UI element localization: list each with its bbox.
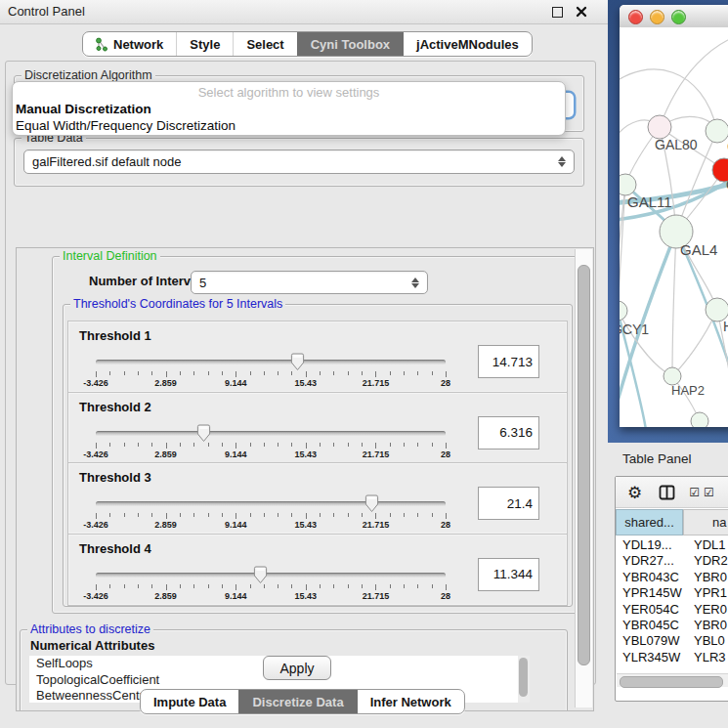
network-node-gal80[interactable] [648,115,671,139]
checkbox-icon[interactable]: ☑ [689,486,700,499]
combo-spinner-icon[interactable] [558,156,566,167]
scrollbar-thumb[interactable] [620,676,723,688]
threshold-slider[interactable]: -3.4262.8599.14415.4321.71528 [96,426,446,459]
network-edge[interactable] [620,185,625,374]
cell-name[interactable]: YDL1 [685,537,726,553]
slider-tick [306,371,307,377]
slider-track[interactable] [96,501,446,506]
columns-icon[interactable] [659,485,675,500]
cell-shared-name[interactable]: YBL079W [616,633,685,649]
network-view-window[interactable]: GAL80GACGAL11GAL4GCY1HHAP2 [620,5,728,427]
network-node-ga[interactable] [706,119,728,143]
column-header-shared-name[interactable]: shared... [616,509,683,535]
num-intervals-combobox[interactable]: 5 [191,271,428,294]
node-label: GCY1 [620,321,649,337]
cell-name[interactable]: YBL0 [685,633,725,649]
table-row[interactable]: YDR27...YDR2 [616,553,728,569]
table-row[interactable]: YPR145WYPR1 [616,585,728,601]
bottom-tab-infer-network[interactable]: Infer Network [357,690,464,713]
threshold-slider[interactable]: -3.4262.8599.14415.4321.71528 [96,355,446,388]
cell-name[interactable]: YLR3 [685,650,726,665]
table-header-row: shared... na [616,509,728,535]
slider-track[interactable] [96,431,446,436]
table-row[interactable]: YIL052CYIL0 [616,665,728,667]
float-window-icon[interactable] [552,7,563,18]
slider-track[interactable] [96,573,446,578]
table-row[interactable]: YDL19...YDL1 [616,537,728,553]
slider-thumb[interactable] [253,566,268,584]
network-canvas[interactable]: GAL80GACGAL11GAL4GCY1HHAP2 [620,27,728,427]
gear-icon[interactable]: ⚙ [627,483,642,502]
slider-thumb[interactable] [290,353,305,371]
threshold-value-field[interactable] [478,558,539,591]
cell-shared-name[interactable]: YDL19... [616,537,685,553]
tab-style[interactable]: Style [176,32,233,56]
table-row[interactable]: YBR043CYBR0 [616,570,728,585]
slider-track[interactable] [96,360,446,364]
threshold-slider[interactable]: -3.4262.8599.14415.4321.71528 [96,496,446,530]
cell-name[interactable]: YER0 [685,602,727,618]
network-edge[interactable] [620,421,700,427]
bottom-tab-impute-data[interactable]: Impute Data [141,690,238,713]
cell-shared-name[interactable]: YPR145W [616,585,685,601]
cell-name[interactable]: YBR0 [685,570,727,585]
slider-tick [362,371,363,375]
cell-name[interactable]: YBR0 [685,618,727,633]
bottom-tabbar: Impute DataDiscretize DataInfer Network [140,689,465,714]
table-data-combobox[interactable]: galFiltered.sif default node [23,150,575,174]
cell-shared-name[interactable]: YER054C [616,602,685,618]
minimize-traffic-light-icon[interactable] [650,10,664,24]
combo-spinner-icon[interactable] [411,278,419,288]
cell-name[interactable]: YDR2 [685,553,728,569]
threshold-value-field[interactable] [478,416,539,450]
threshold-value-field[interactable] [478,345,539,378]
table-row[interactable]: YER054CYER0 [616,602,728,618]
zoom-traffic-light-icon[interactable] [671,10,686,24]
horizontal-scrollbar[interactable] [617,673,728,687]
cell-shared-name[interactable]: YBR043C [616,570,685,585]
table-row[interactable]: YBL079WYBL0 [616,633,728,649]
threshold-slider[interactable]: -3.4262.8599.14415.4321.71528 [96,568,446,601]
vertical-scrollbar[interactable] [575,249,592,707]
tab-network[interactable]: Network [83,32,176,56]
slider-tick [432,371,433,375]
tab-cyni-toolbox[interactable]: Cyni Toolbox [297,32,403,56]
checkbox-icon[interactable]: ☑ [704,486,714,499]
scrollbar-thumb[interactable] [578,265,590,665]
cell-shared-name[interactable]: YLR345W [616,650,685,665]
slider-tick [96,443,97,449]
slider-tick [291,584,292,588]
slider-tick [151,513,152,517]
network-node-gal11[interactable] [620,174,636,195]
dropdown-item-manual[interactable]: Manual Discretization [13,101,565,117]
network-window-titlebar[interactable] [620,5,728,28]
dropdown-item-equal-width[interactable]: Equal Width/Frequency Discretization [13,117,565,134]
slider-tick [96,513,97,519]
tab-jactivemnodules[interactable]: jActiveMNodules [403,32,532,56]
slider-tick-label: 21.715 [363,378,390,388]
network-node[interactable] [691,412,708,427]
table-row[interactable]: YBR045CYBR0 [616,618,728,633]
column-header-name[interactable]: na [683,509,728,535]
slider-thumb[interactable] [364,494,379,513]
cell-shared-name[interactable]: YDR27... [616,553,685,569]
apply-button[interactable]: Apply [263,656,331,680]
slider-tick [348,513,349,517]
tab-select[interactable]: Select [233,32,296,56]
cell-name[interactable]: YIL0 [685,665,720,667]
network-edge[interactable] [672,232,676,376]
cell-shared-name[interactable]: YBR045C [616,618,685,633]
slider-tick [124,371,125,375]
cell-name[interactable]: YPR1 [685,585,727,601]
control-panel-titlebar: Control Panel [0,0,608,24]
cell-shared-name[interactable]: YIL052C [616,665,685,667]
slider-thumb[interactable] [196,424,211,443]
threshold-value-field[interactable] [478,487,539,520]
close-traffic-light-icon[interactable] [628,10,643,24]
network-node-gcy1[interactable] [620,301,627,321]
table-row[interactable]: YLR345WYLR3 [616,650,728,665]
network-edge[interactable] [660,35,728,127]
close-icon[interactable] [576,6,587,18]
bottom-tab-discretize-data[interactable]: Discretize Data [238,690,356,713]
slider-tick [333,584,334,588]
